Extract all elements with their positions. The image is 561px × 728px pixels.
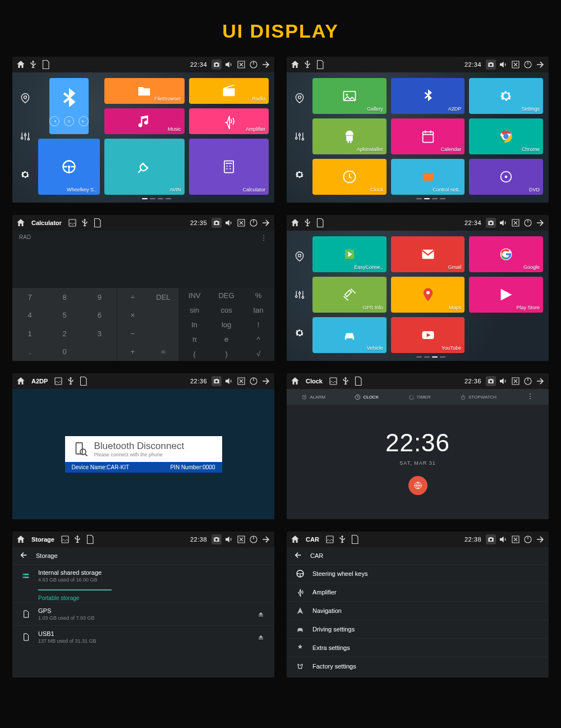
car-item-amplifier[interactable]: Amplifier	[287, 583, 549, 601]
calc-key[interactable]: e	[210, 332, 242, 346]
nav-location-icon[interactable]	[20, 93, 31, 106]
tile-a2dp[interactable]: A2DP	[391, 78, 465, 114]
car-item-navigation[interactable]: Navigation	[287, 601, 549, 620]
close-icon[interactable]	[511, 59, 521, 70]
tile-gallery[interactable]: Gallery	[312, 78, 387, 114]
camera-icon[interactable]	[486, 534, 496, 544]
nav-equalizer-icon[interactable]	[294, 289, 305, 303]
eject-icon[interactable]	[256, 610, 265, 619]
power-icon[interactable]	[249, 59, 259, 70]
tile-clock[interactable]: Clock	[312, 159, 387, 195]
home-icon[interactable]	[16, 376, 26, 386]
overflow-icon[interactable]	[526, 392, 534, 401]
car-item-extra-settings[interactable]: Extra settings	[287, 638, 549, 657]
tile-play-store[interactable]: Play Store	[469, 277, 543, 313]
calc-key[interactable]: 8	[47, 288, 82, 306]
nav-equalizer-icon[interactable]	[20, 131, 31, 144]
overflow-icon[interactable]	[260, 234, 268, 243]
home-icon[interactable]	[290, 59, 300, 70]
home-icon[interactable]	[290, 534, 300, 544]
calc-key[interactable]: DEG	[210, 288, 242, 303]
tab-stopwatch[interactable]: STOPWATCH	[460, 394, 496, 400]
volume-icon[interactable]	[224, 59, 234, 70]
back-icon[interactable]	[261, 376, 271, 386]
back-icon[interactable]	[535, 534, 545, 544]
tile-google[interactable]: Google	[469, 236, 543, 272]
tile-radio[interactable]: Radio	[189, 78, 269, 104]
media-next-icon[interactable]	[79, 116, 89, 126]
tab-timer[interactable]: TIMER	[408, 394, 431, 400]
tile-gmail[interactable]: Gmail	[391, 236, 465, 272]
calc-key[interactable]: DEL	[148, 288, 178, 306]
camera-icon[interactable]	[211, 534, 222, 544]
power-icon[interactable]	[523, 59, 533, 70]
power-icon[interactable]	[523, 218, 533, 228]
back-icon[interactable]	[261, 218, 271, 228]
power-icon[interactable]	[523, 534, 533, 544]
close-icon[interactable]	[236, 376, 246, 386]
calc-key[interactable]: .	[12, 343, 47, 361]
calc-key[interactable]: 3	[82, 324, 117, 343]
close-icon[interactable]	[511, 376, 521, 386]
nav-settings-icon[interactable]	[294, 327, 305, 341]
calc-key[interactable]	[82, 343, 117, 361]
tile-music[interactable]: Music	[104, 108, 185, 134]
home-icon[interactable]	[16, 59, 26, 70]
calc-key[interactable]: %	[242, 288, 274, 303]
back-arrow-icon[interactable]	[293, 551, 302, 561]
back-icon[interactable]	[535, 376, 545, 386]
tile-dvd[interactable]: DVD	[469, 159, 543, 195]
back-icon[interactable]	[261, 534, 271, 544]
car-item-steering-wheel-keys[interactable]: Steering wheel keys	[287, 564, 549, 583]
nav-settings-icon[interactable]	[294, 169, 305, 182]
calc-key[interactable]: 4	[12, 306, 47, 325]
calc-key[interactable]: √	[242, 346, 274, 361]
storage-usb1[interactable]: USB1137 MB used of 31.31 GB	[12, 625, 274, 648]
volume-icon[interactable]	[224, 218, 234, 228]
calc-key[interactable]: π	[178, 332, 210, 346]
tile-avin[interactable]: AVIN	[104, 139, 185, 195]
power-icon[interactable]	[249, 218, 259, 228]
nav-location-icon[interactable]	[294, 93, 305, 106]
tile-filebrowser[interactable]: FileBrowser	[104, 78, 185, 104]
volume-icon[interactable]	[498, 59, 508, 70]
volume-icon[interactable]	[498, 376, 508, 386]
home-icon[interactable]	[290, 218, 300, 228]
media-prev-icon[interactable]	[49, 116, 59, 126]
tile-calendar[interactable]: Calendar	[391, 118, 465, 154]
camera-icon[interactable]	[211, 218, 222, 228]
volume-icon[interactable]	[224, 376, 234, 386]
volume-icon[interactable]	[498, 218, 508, 228]
calc-key[interactable]: 6	[82, 306, 117, 325]
tile-apkinstaller[interactable]: ApkInstaller	[312, 118, 387, 154]
car-item-factory-settings[interactable]: Factory settings	[287, 657, 549, 675]
back-icon[interactable]	[261, 59, 271, 70]
calc-key[interactable]: log	[210, 317, 242, 332]
calc-key[interactable]: 7	[12, 288, 47, 306]
tile-control-sett-[interactable]: Control sett..	[391, 159, 465, 195]
home-icon[interactable]	[16, 218, 26, 228]
tab-alarm[interactable]: ALARM	[301, 394, 325, 400]
calc-key[interactable]: −	[117, 324, 148, 343]
tile-vehicle[interactable]: Vehicle	[312, 317, 387, 353]
tile-chrome[interactable]: Chrome	[469, 118, 543, 154]
calc-key[interactable]: 9	[82, 288, 117, 306]
close-icon[interactable]	[236, 534, 246, 544]
back-icon[interactable]	[535, 218, 545, 228]
nav-settings-icon[interactable]	[20, 169, 31, 182]
calc-key[interactable]: 2	[47, 324, 82, 343]
tile-amplifier[interactable]: Amplifier	[189, 108, 269, 134]
tile-gps-info[interactable]: GPS Info	[312, 277, 387, 313]
calc-key[interactable]	[148, 324, 178, 343]
calc-key[interactable]: 1	[12, 324, 47, 343]
tile-maps[interactable]: Maps	[391, 277, 465, 313]
tab-clock[interactable]: CLOCK	[355, 394, 379, 400]
power-icon[interactable]	[249, 534, 259, 544]
camera-icon[interactable]	[486, 376, 496, 386]
world-clock-fab[interactable]	[408, 476, 427, 495]
calc-key[interactable]: 5	[47, 306, 82, 325]
power-icon[interactable]	[523, 376, 533, 386]
tile-settings[interactable]: Settings	[469, 78, 543, 114]
calc-key[interactable]: +	[117, 343, 148, 361]
power-icon[interactable]	[249, 376, 259, 386]
